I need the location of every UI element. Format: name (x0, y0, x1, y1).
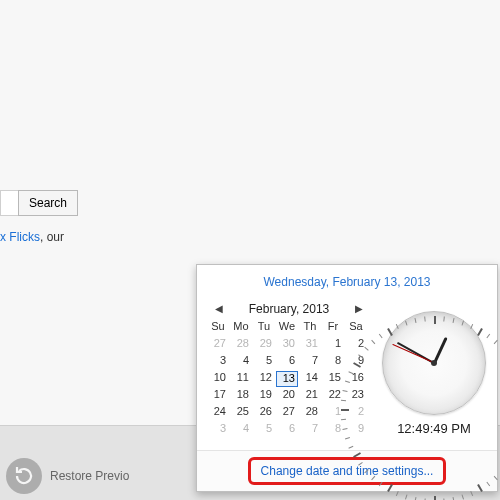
clock-tick (494, 340, 498, 344)
restore-icon (6, 458, 42, 494)
flicks-link[interactable]: x Flicks (0, 230, 40, 244)
calendar-day[interactable]: 21 (299, 388, 321, 404)
tray-clock-calendar-popup: Wednesday, February 13, 2013 ◀ February,… (196, 264, 498, 492)
clock-tick (443, 316, 445, 321)
calendar-day[interactable]: 28 (299, 405, 321, 421)
calendar-day[interactable]: 7 (299, 354, 321, 370)
calendar-day[interactable]: 4 (230, 354, 252, 370)
calendar-day[interactable]: 31 (299, 337, 321, 353)
calendar-day[interactable]: 23 (345, 388, 367, 404)
clock-tick (453, 318, 455, 323)
calendar-day[interactable]: 6 (276, 422, 298, 438)
calendar-day[interactable]: 22 (322, 388, 344, 404)
calendar-day[interactable]: 3 (207, 422, 229, 438)
calendar-dow-header: Fr (322, 320, 344, 336)
clock-second-hand (392, 344, 434, 364)
search-input[interactable] (0, 190, 18, 216)
calendar-dow-header: Th (299, 320, 321, 336)
calendar-day[interactable]: 5 (253, 354, 275, 370)
clock-tick (387, 328, 393, 336)
clock-tick (414, 318, 416, 323)
calendar-day[interactable]: 14 (299, 371, 321, 387)
calendar-day[interactable]: 30 (276, 337, 298, 353)
next-month-button[interactable]: ▶ (351, 301, 367, 316)
calendar-dow-header: Sa (345, 320, 367, 336)
change-date-time-settings-link[interactable]: Change date and time settings... (255, 461, 440, 481)
calendar-day[interactable]: 20 (276, 388, 298, 404)
calendar-dow-header: Mo (230, 320, 252, 336)
clock-tick (486, 334, 490, 339)
calendar-day[interactable]: 13 (276, 371, 298, 387)
calendar-day[interactable]: 11 (230, 371, 252, 387)
calendar-day[interactable]: 6 (276, 354, 298, 370)
search-row: Search (0, 190, 78, 216)
clock-tick (379, 334, 383, 339)
calendar-day[interactable]: 26 (253, 405, 275, 421)
calendar-day[interactable]: 12 (253, 371, 275, 387)
calendar-dow-header: Su (207, 320, 229, 336)
promo-suffix: , our (40, 230, 64, 244)
calendar-day[interactable]: 9 (345, 354, 367, 370)
calendar-day[interactable]: 2 (345, 405, 367, 421)
popup-header: Wednesday, February 13, 2013 (197, 265, 497, 299)
tutorial-highlight: Change date and time settings... (248, 457, 447, 485)
calendar-day[interactable]: 5 (253, 422, 275, 438)
full-date-text: Wednesday, February 13, 2013 (205, 273, 489, 293)
prev-month-button[interactable]: ◀ (211, 301, 227, 316)
clock-tick (396, 324, 399, 329)
calendar-day[interactable]: 27 (276, 405, 298, 421)
calendar-day[interactable]: 1 (322, 337, 344, 353)
clock-tick (434, 316, 436, 324)
calendar-header: ◀ February, 2013 ▶ (205, 299, 373, 318)
clock-tick (341, 409, 349, 411)
calendar-day[interactable]: 18 (230, 388, 252, 404)
calendar-day[interactable]: 16 (345, 371, 367, 387)
restore-label: Restore Previo (50, 469, 129, 483)
calendar-day[interactable]: 27 (207, 337, 229, 353)
calendar-day[interactable]: 28 (230, 337, 252, 353)
calendar-day[interactable]: 9 (345, 422, 367, 438)
calendar-day[interactable]: 25 (230, 405, 252, 421)
calendar-day[interactable]: 19 (253, 388, 275, 404)
calendar-day[interactable]: 24 (207, 405, 229, 421)
calendar-month-label: February, 2013 (249, 302, 330, 316)
clock-tick (470, 324, 473, 329)
clock-tick (405, 320, 407, 325)
calendar-day[interactable]: 17 (207, 388, 229, 404)
clock-tick (424, 316, 426, 321)
calendar-day[interactable]: 15 (322, 371, 344, 387)
popup-footer: Change date and time settings... (197, 450, 497, 491)
clock-tick (434, 496, 436, 500)
search-button[interactable]: Search (18, 190, 78, 216)
restore-previous-session-button[interactable]: Restore Previo (6, 458, 129, 494)
promo-text: x Flicks, our (0, 230, 64, 244)
analog-clock (382, 311, 486, 415)
calendar-day[interactable]: 8 (322, 422, 344, 438)
calendar-dow-header: Tu (253, 320, 275, 336)
calendar-day[interactable]: 4 (230, 422, 252, 438)
calendar-day[interactable]: 7 (299, 422, 321, 438)
digital-time-text: 12:49:49 PM (397, 421, 471, 436)
calendar-day[interactable]: 2 (345, 337, 367, 353)
clock-tick (462, 320, 464, 325)
calendar-day[interactable]: 10 (207, 371, 229, 387)
calendar-day[interactable]: 29 (253, 337, 275, 353)
clock-tick (348, 446, 353, 449)
clock-center-pin (431, 360, 437, 366)
clock-tick (477, 328, 483, 336)
analog-clock-column: 12:49:49 PM (373, 299, 489, 436)
calendar-day[interactable]: 3 (207, 354, 229, 370)
calendar-day[interactable]: 8 (322, 354, 344, 370)
calendar-dow-header: We (276, 320, 298, 336)
